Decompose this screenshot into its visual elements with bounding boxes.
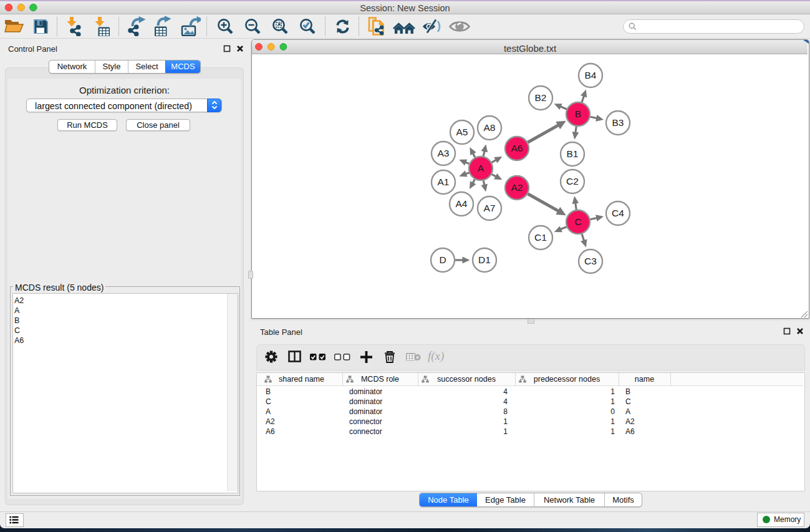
svg-text:A5: A5 xyxy=(456,127,468,137)
svg-text:C: C xyxy=(574,216,581,227)
svg-text:A6: A6 xyxy=(511,143,523,153)
svg-text:A8: A8 xyxy=(484,122,496,133)
svg-text:B4: B4 xyxy=(585,70,597,80)
svg-text:C1: C1 xyxy=(534,232,547,243)
svg-text:D: D xyxy=(439,254,446,265)
svg-text:C3: C3 xyxy=(584,256,597,266)
svg-text:B1: B1 xyxy=(567,148,579,159)
svg-text:A4: A4 xyxy=(456,198,468,209)
svg-text:B2: B2 xyxy=(535,92,547,103)
svg-text:B3: B3 xyxy=(612,117,624,128)
svg-text:D1: D1 xyxy=(478,254,491,265)
svg-text:A3: A3 xyxy=(438,148,450,158)
svg-text:C2: C2 xyxy=(566,176,579,186)
svg-text:A7: A7 xyxy=(484,203,496,213)
svg-text:A: A xyxy=(478,163,485,173)
svg-text:B: B xyxy=(575,109,581,119)
svg-text:C4: C4 xyxy=(612,208,624,218)
svg-text:A2: A2 xyxy=(511,182,523,193)
svg-text:A1: A1 xyxy=(438,177,450,187)
